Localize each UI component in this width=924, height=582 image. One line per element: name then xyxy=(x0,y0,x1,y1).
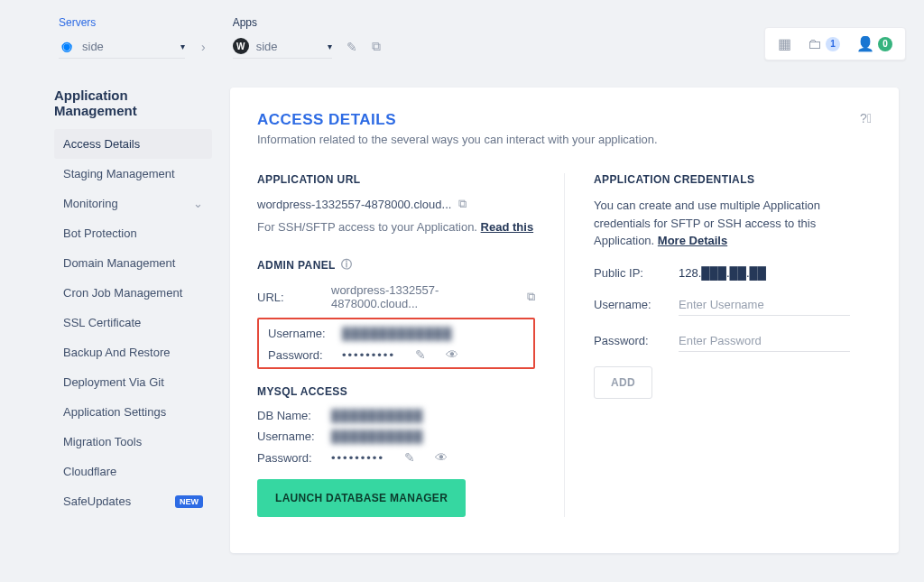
mysql-user-value: ██████████ xyxy=(331,430,423,443)
external-link-icon[interactable]: ⧉ xyxy=(458,197,467,211)
sidebar-item-label: SSL Certificate xyxy=(63,316,141,329)
sidebar-item-migration[interactable]: Migration Tools xyxy=(54,427,212,457)
sidebar-item-label: Migration Tools xyxy=(63,435,142,448)
admin-password-label: Password: xyxy=(268,348,329,362)
pencil-icon[interactable]: ✎ xyxy=(404,450,415,465)
wordpress-icon: W xyxy=(233,38,249,54)
app-selector[interactable]: W side ▾ xyxy=(233,34,332,59)
sidebar-item-label: Cron Job Management xyxy=(63,286,182,300)
page-title: ACCESS DETAILS xyxy=(257,111,396,129)
mysql-db-value: ██████████ xyxy=(331,409,423,422)
caret-down-icon: ▾ xyxy=(180,42,185,51)
eye-icon[interactable]: 👁 xyxy=(446,347,458,362)
public-ip-label: Public IP: xyxy=(594,266,661,280)
app-url-value: wordpress-1332557-4878000.cloud... xyxy=(257,198,451,211)
note-text: For SSH/SFTP access to your Application. xyxy=(257,220,477,234)
chevron-right-icon[interactable]: › xyxy=(201,40,206,54)
sidebar-item-appsettings[interactable]: Application Settings xyxy=(54,397,212,427)
ip-text: 128.███.██.██ xyxy=(679,266,766,280)
grid-icon[interactable]: ▦ xyxy=(778,35,791,52)
sidebar-item-access-details[interactable]: Access Details xyxy=(54,129,212,159)
pencil-icon[interactable]: ✎ xyxy=(346,40,357,54)
digitalocean-icon: ◉ xyxy=(59,38,75,54)
app-url-note: For SSH/SFTP access to your Application.… xyxy=(257,220,535,234)
launch-db-manager-button[interactable]: LAUNCH DATABASE MANAGER xyxy=(257,479,466,517)
sidebar-item-ssl[interactable]: SSL Certificate xyxy=(54,308,212,337)
credentials-description: You can create and use multiple Applicat… xyxy=(594,197,872,250)
sidebar-item-label: Cloudflare xyxy=(63,465,116,478)
section-label: ADMIN PANEL xyxy=(257,259,336,272)
sidebar-item-backup[interactable]: Backup And Restore xyxy=(54,337,212,367)
sidebar-item-cron[interactable]: Cron Job Management xyxy=(54,278,212,308)
server-selector[interactable]: ◉ side ▾ xyxy=(59,34,185,59)
admin-url-label: URL: xyxy=(257,291,319,304)
sidebar-item-monitoring[interactable]: Monitoring⌄ xyxy=(54,189,212,218)
section-admin-panel: ADMIN PANELⓘ xyxy=(257,257,535,273)
admin-username-value: ████████████ xyxy=(342,327,453,340)
sidebar-item-label: Deployment Via Git xyxy=(63,375,164,389)
highlighted-credentials: Username: ████████████ Password: •••••••… xyxy=(257,318,535,369)
cred-username-input[interactable] xyxy=(679,294,850,316)
mysql-pass-value: ••••••••• xyxy=(331,451,384,465)
sidebar-item-safeupdates[interactable]: SafeUpdatesNEW xyxy=(54,486,212,516)
sidebar-item-cloudflare[interactable]: Cloudflare xyxy=(54,457,212,486)
caret-down-icon: ▾ xyxy=(328,42,332,51)
public-ip-value: 128.███.██.██ xyxy=(679,266,766,280)
sidebar-item-git[interactable]: Deployment Via Git xyxy=(54,367,212,397)
cred-username-label: Username: xyxy=(594,298,661,311)
pencil-icon[interactable]: ✎ xyxy=(415,347,426,362)
top-right-toolbar: ▦ 🗀1 👤0 xyxy=(764,27,906,60)
apps-label: Apps xyxy=(233,16,381,29)
info-icon[interactable]: ⓘ xyxy=(341,257,352,273)
sidebar-item-label: Access Details xyxy=(63,137,140,151)
user-icon[interactable]: 👤0 xyxy=(856,35,892,52)
external-link-icon[interactable]: ⧉ xyxy=(527,290,535,304)
external-link-icon[interactable]: ⧉ xyxy=(372,39,381,54)
admin-username-label: Username: xyxy=(268,327,329,340)
sidebar-item-label: Application Settings xyxy=(63,405,166,419)
mysql-db-label: DB Name: xyxy=(257,409,319,422)
sidebar-item-domain[interactable]: Domain Management xyxy=(54,248,212,278)
sidebar-item-label: Domain Management xyxy=(63,256,175,270)
admin-url-value: wordpress-1332557-4878000.cloud... xyxy=(331,283,514,310)
cred-password-label: Password: xyxy=(594,334,661,347)
cred-password-input[interactable] xyxy=(679,330,850,352)
folder-badge: 1 xyxy=(826,37,840,51)
help-icon[interactable]: ?⃝ xyxy=(860,111,872,125)
mysql-pass-label: Password: xyxy=(257,451,319,465)
chevron-down-icon: ⌄ xyxy=(193,197,203,210)
sidebar-item-label: Staging Management xyxy=(63,167,175,180)
mysql-user-label: Username: xyxy=(257,430,319,443)
server-selected: side xyxy=(82,40,173,53)
read-this-link[interactable]: Read this xyxy=(481,220,534,234)
eye-icon[interactable]: 👁 xyxy=(435,450,448,465)
sidebar-title: Application Management xyxy=(54,88,212,118)
servers-label: Servers xyxy=(59,16,215,29)
sidebar-item-bot[interactable]: Bot Protection xyxy=(54,218,212,248)
sidebar-item-label: Bot Protection xyxy=(63,226,137,240)
sidebar-item-staging[interactable]: Staging Management xyxy=(54,159,212,189)
sidebar-item-label: SafeUpdates xyxy=(63,494,131,508)
app-selected: side xyxy=(256,40,320,53)
sidebar-item-label: Monitoring xyxy=(63,197,118,210)
section-mysql: MYSQL ACCESS xyxy=(257,385,535,398)
admin-password-value: ••••••••• xyxy=(342,348,395,362)
user-badge: 0 xyxy=(878,37,892,51)
add-button[interactable]: ADD xyxy=(594,366,652,399)
folder-icon[interactable]: 🗀1 xyxy=(808,36,840,52)
more-details-link[interactable]: More Details xyxy=(658,234,727,247)
page-subtitle: Information related to the several ways … xyxy=(257,133,872,146)
section-app-url: APPLICATION URL xyxy=(257,173,535,186)
section-app-credentials: APPLICATION CREDENTIALS xyxy=(594,173,872,186)
sidebar-item-label: Backup And Restore xyxy=(63,346,171,359)
new-badge: NEW xyxy=(175,495,203,508)
